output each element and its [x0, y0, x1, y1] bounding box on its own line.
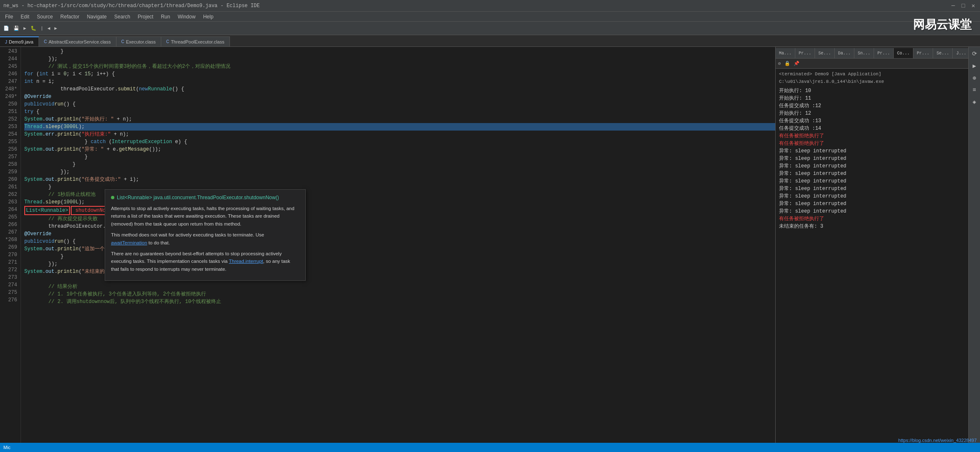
side-icon-2[interactable]: ▶: [971, 61, 977, 71]
code-line-274: // 结果分析: [24, 283, 775, 290]
console-line-9: 异常: sleep interrupted: [779, 155, 965, 162]
console-tab-j[interactable]: J...: [953, 48, 968, 58]
console-tab-da[interactable]: Da...: [835, 48, 854, 58]
menu-project[interactable]: Project: [134, 13, 157, 21]
side-icons: ⟳ ▶ ⊕ ≡ ◈: [968, 47, 980, 452]
console-tabs: Ma... Pr... Se... Da... Sn... Pr... Co..…: [776, 47, 968, 59]
code-line-243: }: [24, 48, 775, 55]
code-line-245: // 测试，提交15个执行时间需要3秒的任务，看超过大小的2个，对应的处理情况: [24, 63, 775, 70]
toolbar-sep: |: [39, 25, 45, 32]
console-tab-pr1[interactable]: Pr...: [795, 48, 815, 58]
console-line-6: 有任务被拒绝执行了: [779, 132, 965, 140]
toolbar-new[interactable]: 📄: [2, 25, 11, 32]
tab-executor[interactable]: C Executor.class: [116, 36, 161, 46]
toolbar-save[interactable]: 💾: [12, 25, 21, 32]
code-line-246: for (int i = 0; i < 15; i++) {: [24, 70, 775, 78]
tab-abstract[interactable]: C AbstractExecutorService.class: [39, 36, 116, 46]
code-line-258: }: [24, 161, 775, 168]
side-icon-3[interactable]: ⊕: [971, 73, 977, 83]
console-line-15: 异常: sleep interrupted: [779, 200, 965, 208]
tab-label-demo9: Demo9.java: [9, 39, 34, 44]
code-line-250: public void run() {: [24, 100, 775, 108]
console-line-14: 异常: sleep interrupted: [779, 193, 965, 200]
code-line-260: System.out.println("任务提交成功:" + i);: [24, 176, 775, 183]
minimize-button[interactable]: ─: [950, 3, 957, 9]
tooltip-para-2: This method does not wait for actively e…: [111, 231, 299, 247]
console-tab-ma[interactable]: Ma...: [776, 48, 795, 58]
status-bar: Mic: [0, 443, 980, 452]
tooltip-title-text: List<Runnable> java.util.concurrent.Thre…: [117, 194, 279, 201]
code-line-248: threadPoolExecutor.submit(new Runnable()…: [24, 85, 775, 93]
tooltip-link-await[interactable]: awaitTermination: [111, 240, 147, 245]
console-tab-sn[interactable]: Sn...: [854, 48, 874, 58]
code-area: 243244245246247 248*249*250251252 253254…: [0, 47, 775, 452]
brand-watermark: 网易云课堂: [913, 17, 972, 33]
code-line-252: System.out.println("开始执行: " + n);: [24, 116, 775, 123]
main-layout: 243244245246247 248*249*250251252 253254…: [0, 47, 980, 452]
console-line-10: 异常: sleep interrupted: [779, 162, 965, 170]
code-panel: 243244245246247 248*249*250251252 253254…: [0, 47, 776, 452]
tab-icon-demo9: J: [5, 40, 7, 44]
console-tab-pr3[interactable]: Pr...: [913, 48, 933, 58]
console-line-13: 异常: sleep interrupted: [779, 185, 965, 193]
console-line-8: 异常: sleep interrupted: [779, 147, 965, 155]
tab-icon-executor: C: [121, 39, 124, 44]
console-tab-se2[interactable]: Se...: [933, 48, 953, 58]
menu-edit[interactable]: Edit: [17, 13, 33, 21]
code-line-257: }: [24, 153, 775, 161]
close-button[interactable]: ✕: [970, 3, 977, 9]
tooltip-para-3: There are no guarantees beyond best-effo…: [111, 250, 299, 273]
tabs-container: J Demo9.java C AbstractExecutorService.c…: [0, 35, 980, 47]
menu-run[interactable]: Run: [157, 13, 173, 21]
console-toolbar: ⊘ 🔒 📌: [776, 59, 968, 69]
title-text: ne_ws - hc-chapter-1/src/com/study/hc/th…: [3, 3, 260, 9]
console-line-1: 开始执行: 11: [779, 95, 965, 102]
tab-icon-threadpool: C: [166, 39, 169, 44]
console-tab-co[interactable]: Co...: [894, 48, 913, 58]
window-controls: ─ □ ✕: [950, 3, 977, 9]
toolbar-fwd[interactable]: ▶: [53, 25, 59, 32]
code-line-256: System.out.println("异常: " + e.getMessage…: [24, 146, 775, 153]
console-line-7: 有任务被拒绝执行了: [779, 140, 965, 147]
console-clear-btn[interactable]: ⊘: [777, 61, 782, 66]
blog-link[interactable]: https://blog.csdn.net/weixin_43228497: [898, 438, 977, 443]
console-panel: Ma... Pr... Se... Da... Sn... Pr... Co..…: [776, 47, 968, 452]
toolbar-run[interactable]: ▶: [22, 25, 28, 32]
menu-window[interactable]: Window: [174, 13, 199, 21]
tooltip-title: List<Runnable> java.util.concurrent.Thre…: [111, 194, 299, 201]
menu-source[interactable]: Source: [34, 13, 56, 21]
maximize-button[interactable]: □: [960, 3, 967, 9]
code-content[interactable]: } }); // 测试，提交15个执行时间需要3秒的任务，看超过大小的2个，对应…: [21, 47, 775, 452]
menu-file[interactable]: File: [2, 13, 16, 21]
menu-refactor[interactable]: Refactor: [57, 13, 83, 21]
code-line-259: });: [24, 168, 775, 176]
console-scroll-lock-btn[interactable]: 🔒: [784, 61, 791, 66]
toolbar-debug[interactable]: 🐛: [29, 25, 38, 32]
tooltip-para-1: Attempts to stop all actively executing …: [111, 205, 299, 228]
title-bar: ne_ws - hc-chapter-1/src/com/study/hc/th…: [0, 0, 980, 12]
console-line-0: 开始执行: 10: [779, 87, 965, 95]
console-line-5: 任务提交成功 :14: [779, 125, 965, 132]
console-line-18: 未结束的任务有: 3: [779, 223, 965, 230]
console-output[interactable]: <terminated> Demo9 [Java Application] C:…: [776, 69, 968, 452]
console-line-17: 有任务被拒绝执行了: [779, 215, 965, 223]
menu-search[interactable]: Search: [111, 13, 134, 21]
side-icon-5[interactable]: ◈: [971, 97, 977, 107]
menu-navigate[interactable]: Navigate: [83, 13, 110, 21]
tooltip-link-interrupt[interactable]: Thread.interrupt: [229, 259, 263, 264]
toolbar-back[interactable]: ◀: [46, 25, 52, 32]
toolbar: 📄 💾 ▶ 🐛 | ◀ ▶: [0, 22, 980, 35]
tooltip: List<Runnable> java.util.concurrent.Thre…: [105, 189, 306, 281]
console-pin-btn[interactable]: 📌: [793, 61, 800, 66]
console-tab-se1[interactable]: Se...: [815, 48, 835, 58]
status-text: Mic: [3, 445, 10, 450]
console-tab-pr2[interactable]: Pr...: [874, 48, 894, 58]
tab-threadpool[interactable]: C ThreadPoolExecutor.class: [161, 36, 230, 46]
menu-help[interactable]: Help: [200, 13, 217, 21]
tab-demo9[interactable]: J Demo9.java: [0, 36, 39, 46]
code-line-255: } catch (InterruptedException e) {: [24, 138, 775, 146]
line-numbers: 243244245246247 248*249*250251252 253254…: [0, 47, 21, 452]
side-icon-1[interactable]: ⟳: [970, 49, 979, 59]
side-icon-4[interactable]: ≡: [971, 85, 977, 95]
code-line-276: // 2. 调用shutdownnow后, 队列中的3个线程不再执行, 10个线…: [24, 298, 775, 306]
